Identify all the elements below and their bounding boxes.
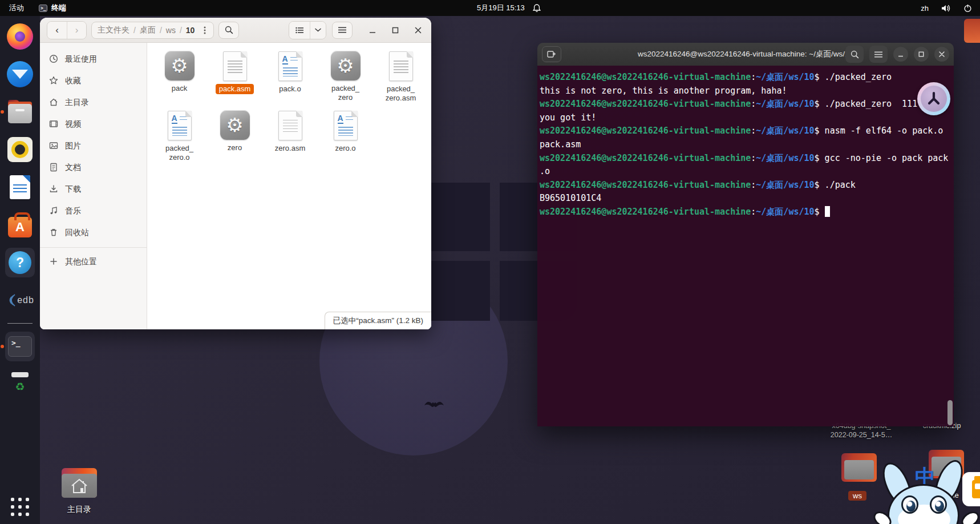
activities-button[interactable]: 活动 [9, 3, 24, 13]
search-icon [225, 26, 233, 34]
film-icon [49, 119, 58, 130]
libreoffice-writer-icon [10, 175, 30, 199]
path-separator: / [133, 26, 136, 35]
terminal-output-line: this is not zero, this is another progra… [540, 84, 951, 98]
sidebar-item-film[interactable]: 视频 [40, 114, 147, 135]
doc-icon [49, 163, 58, 174]
desktop-home-folder-icon[interactable] [62, 468, 97, 498]
file-item[interactable]: Azero.o [319, 110, 372, 163]
list-view-button[interactable] [289, 22, 310, 39]
trash-icon: ♻ [9, 372, 31, 396]
sidebar-item-clock[interactable]: 最近使用 [40, 49, 147, 70]
input-method-indicator[interactable]: zh [921, 4, 929, 13]
path-segment[interactable]: 桌面 [140, 25, 156, 35]
file-item[interactable]: zero.asm [264, 110, 317, 163]
file-label: pack.asm [216, 84, 254, 94]
forward-button[interactable]: › [67, 22, 86, 39]
sidebar-item-image[interactable]: 图片 [40, 135, 147, 157]
search-button[interactable] [218, 22, 239, 39]
terminal-menu-button[interactable] [869, 46, 888, 63]
file-label: packed_ zero.asm [382, 84, 419, 103]
dock-item-edb[interactable]: edb [5, 285, 35, 315]
sidebar-item-download[interactable]: 下载 [40, 179, 147, 200]
sidebar-item-home[interactable]: 主目录 [40, 92, 147, 114]
terminal-header-bar: ws2022416246@ws2022416246-virtual-machin… [537, 43, 954, 66]
close-button[interactable] [412, 24, 424, 37]
terminal-search-button[interactable] [845, 46, 864, 63]
desktop-folder-ws-label[interactable]: ws [848, 491, 866, 501]
sidebar-item-plus[interactable]: 其他位置 [40, 251, 147, 273]
dock-item-files[interactable] [5, 97, 35, 127]
overlay-badge[interactable] [917, 82, 950, 115]
dock-item-firefox[interactable] [5, 22, 35, 51]
close-icon [415, 27, 422, 34]
file-item[interactable]: Apacked_ zero.o [153, 110, 206, 163]
system-status-area[interactable]: zh [921, 4, 980, 13]
hamburger-icon [874, 51, 882, 58]
hidden-desktop-folder-icon[interactable] [964, 19, 980, 43]
sidebar-item-label: 文档 [65, 163, 81, 173]
desktop-folder-ws-icon[interactable] [841, 453, 877, 482]
terminal-output-line: B965010101C4 [540, 192, 951, 205]
dock-item-rhythmbox[interactable] [5, 135, 35, 164]
files-menu-button[interactable] [332, 22, 353, 39]
file-item[interactable]: ⚙pack [153, 51, 206, 103]
music-icon [49, 206, 58, 217]
terminal-output-line: you got it! [540, 111, 951, 125]
path-bar[interactable]: 主文件夹/桌面/ws/10 [91, 22, 214, 39]
list-view-icon [295, 27, 304, 34]
focused-app-indicator[interactable]: >_ 终端 [39, 3, 66, 13]
file-item[interactable]: Apack.o [264, 51, 317, 103]
dock-item-trash[interactable]: ♻ [5, 369, 35, 399]
view-options-button[interactable] [310, 22, 326, 39]
show-applications-button[interactable] [11, 498, 29, 516]
path-segment[interactable]: ws [166, 26, 176, 35]
terminal-output-line: .o [540, 165, 951, 179]
sidebar-item-doc[interactable]: 文档 [40, 157, 147, 179]
path-separator: / [180, 26, 182, 35]
maximize-button[interactable] [389, 24, 402, 37]
focused-app-name: 终端 [51, 3, 66, 13]
path-segment[interactable]: 10 [186, 26, 195, 35]
terminal-prompt-line: ws2022416246@ws2022416246-virtual-machin… [540, 205, 951, 219]
back-button[interactable]: ‹ [47, 22, 67, 39]
terminal-minimize-button[interactable] [893, 47, 908, 62]
file-item[interactable]: ⚙zero [209, 110, 261, 163]
file-label: packed_ zero.o [162, 143, 197, 163]
maximize-icon [392, 27, 399, 34]
source-file-icon: A [168, 111, 192, 140]
file-item[interactable]: packed_ zero.asm [375, 51, 427, 103]
minimize-button[interactable] [366, 24, 379, 37]
path-segment[interactable]: 主文件夹 [98, 25, 129, 35]
new-tab-icon [547, 50, 556, 58]
desktop-home-folder-label[interactable]: 主目录 [55, 505, 104, 514]
dock-item-ubuntu-software[interactable]: A [5, 210, 35, 240]
sidebar-item-label: 收藏 [65, 76, 81, 86]
file-label: pack [168, 83, 191, 94]
dock-item-thunderbird[interactable] [5, 59, 35, 89]
sidebar-item-music[interactable]: 音乐 [40, 200, 147, 222]
dock-item-libreoffice-writer[interactable] [5, 172, 35, 202]
file-item[interactable]: ⚙packed_ zero [319, 51, 372, 103]
terminal-output[interactable]: ws2022416246@ws2022416246-virtual-machin… [537, 66, 954, 426]
dock-item-help[interactable]: ? [5, 248, 35, 277]
file-label: zero.o [331, 143, 359, 154]
terminal-scrollbar[interactable] [947, 400, 953, 425]
new-tab-button[interactable] [542, 46, 561, 62]
dock-item-terminal[interactable]: >_ [5, 332, 35, 361]
file-item[interactable]: pack.asm [209, 51, 261, 103]
star-icon [49, 76, 58, 87]
terminal-maximize-button[interactable] [914, 47, 929, 62]
edb-debugger-icon: edb [6, 293, 34, 308]
sidebar-item-label: 图片 [65, 141, 81, 151]
clock-menu[interactable]: 5月19日 15:13 [477, 0, 541, 16]
terminal-close-button[interactable] [934, 47, 949, 62]
file-label: zero [224, 143, 245, 153]
wallpaper-bat [423, 398, 445, 410]
clock-icon [49, 54, 58, 65]
rhythmbox-icon [7, 137, 33, 162]
terminal-prompt-line: ws2022416246@ws2022416246-virtual-machin… [540, 124, 951, 138]
sidebar-item-star[interactable]: 收藏 [40, 70, 147, 92]
sidebar-item-trash[interactable]: 回收站 [40, 222, 147, 244]
path-options-kebab-icon[interactable] [199, 23, 211, 38]
